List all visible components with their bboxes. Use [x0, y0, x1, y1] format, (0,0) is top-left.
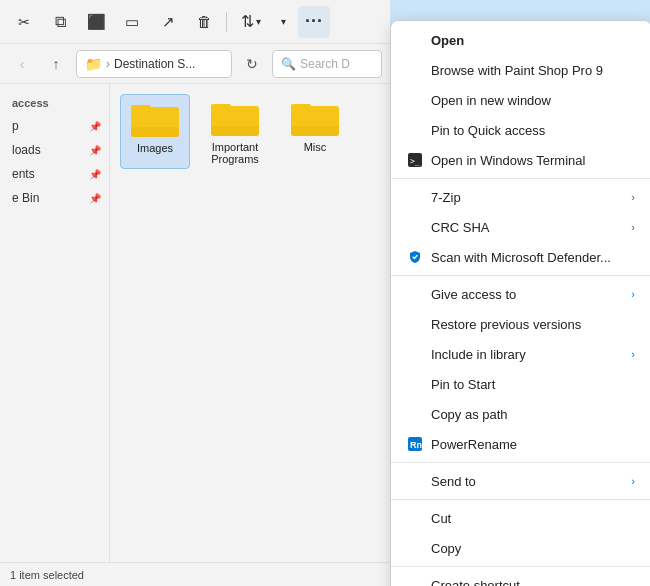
ctx-terminal-label: Open in Windows Terminal	[431, 153, 635, 168]
ctx-browse-paintshop[interactable]: Browse with Paint Shop Pro 9	[391, 55, 650, 85]
sidebar-label-p: p	[12, 119, 85, 133]
file-item-important-programs[interactable]: Important Programs	[200, 94, 270, 169]
ctx-powerrename-icon: Rn	[407, 436, 423, 452]
ctx-defender-label: Scan with Microsoft Defender...	[431, 250, 635, 265]
pin-icon-ents: 📌	[89, 169, 101, 180]
ctx-terminal-icon: >_	[407, 152, 423, 168]
ctx-7zip-icon	[407, 189, 423, 205]
context-menu: Open Browse with Paint Shop Pro 9 Open i…	[390, 20, 650, 586]
ctx-create-shortcut[interactable]: Create shortcut	[391, 570, 650, 586]
folder-icon-images	[131, 99, 179, 139]
ctx-pin-start-icon	[407, 376, 423, 392]
paste-button[interactable]: ⬛	[80, 6, 112, 38]
sidebar-label-ents: ents	[12, 167, 85, 181]
sidebar-item-bin[interactable]: e Bin 📌	[0, 186, 109, 210]
address-bar: ‹ ↑ 📁 › Destination S... ↻ 🔍 Search D	[0, 44, 390, 84]
ctx-pin-quick-icon	[407, 122, 423, 138]
path-separator: ›	[106, 57, 110, 71]
ctx-cut-icon	[407, 510, 423, 526]
search-box[interactable]: 🔍 Search D	[272, 50, 382, 78]
up-button[interactable]: ↑	[42, 50, 70, 78]
ctx-give-access-arrow: ›	[631, 288, 635, 300]
ctx-open[interactable]: Open	[391, 25, 650, 55]
ctx-copy-path[interactable]: Copy as path	[391, 399, 650, 429]
sidebar-item-p[interactable]: p 📌	[0, 114, 109, 138]
file-item-images[interactable]: Images	[120, 94, 190, 169]
cut-button[interactable]: ✂	[8, 6, 40, 38]
ctx-copy-icon	[407, 540, 423, 556]
refresh-button[interactable]: ↻	[238, 50, 266, 78]
pin-icon-bin: 📌	[89, 193, 101, 204]
ctx-7zip[interactable]: 7-Zip ›	[391, 182, 650, 212]
sidebar-label-bin: e Bin	[12, 191, 85, 205]
ctx-7zip-arrow: ›	[631, 191, 635, 203]
ctx-paintshop-icon	[407, 62, 423, 78]
status-bar: 1 item selected	[0, 562, 390, 586]
sort-chevron: ▾	[256, 16, 261, 27]
file-item-misc[interactable]: Misc	[280, 94, 350, 169]
path-text: Destination S...	[114, 57, 195, 71]
view-button[interactable]: ▾	[273, 12, 294, 31]
ctx-copy[interactable]: Copy	[391, 533, 650, 563]
folder-icon-important-programs	[211, 98, 259, 138]
back-button[interactable]: ‹	[8, 50, 36, 78]
share-button[interactable]: ↗	[152, 6, 184, 38]
more-button[interactable]: ···	[298, 6, 330, 38]
ctx-pin-start[interactable]: Pin to Start	[391, 369, 650, 399]
content-area: access p 📌 loads 📌 ents 📌 e Bin 📌	[0, 84, 390, 562]
view-chevron: ▾	[281, 16, 286, 27]
ctx-crc-sha[interactable]: CRC SHA ›	[391, 212, 650, 242]
ctx-pin-quick-access[interactable]: Pin to Quick access	[391, 115, 650, 145]
sidebar-item-loads[interactable]: loads 📌	[0, 138, 109, 162]
ctx-restore-label: Restore previous versions	[431, 317, 635, 332]
sidebar-item-access[interactable]: access	[0, 92, 109, 114]
copy-button[interactable]: ⧉	[44, 6, 76, 38]
delete-button[interactable]: 🗑	[188, 6, 220, 38]
ctx-shortcut-icon	[407, 577, 423, 586]
toolbar: ✂ ⧉ ⬛ ▭ ↗ 🗑 ⇅ ▾ ▾ ···	[0, 0, 390, 44]
ctx-defender-icon	[407, 249, 423, 265]
address-path[interactable]: 📁 › Destination S...	[76, 50, 232, 78]
explorer-window: ✂ ⧉ ⬛ ▭ ↗ 🗑 ⇅ ▾ ▾ ··· ‹ ↑ 📁 › Destinatio…	[0, 0, 390, 586]
search-icon: 🔍	[281, 57, 296, 71]
sidebar-item-ents[interactable]: ents 📌	[0, 162, 109, 186]
ctx-shortcut-label: Create shortcut	[431, 578, 635, 587]
ctx-open-new-window[interactable]: Open in new window	[391, 85, 650, 115]
sidebar-label-loads: loads	[12, 143, 85, 157]
ctx-crc-arrow: ›	[631, 221, 635, 233]
pin-icon-p: 📌	[89, 121, 101, 132]
svg-rect-4	[211, 104, 231, 110]
svg-rect-2	[131, 127, 179, 137]
search-placeholder: Search D	[300, 57, 350, 71]
ctx-give-access[interactable]: Give access to ›	[391, 279, 650, 309]
ctx-send-to-arrow: ›	[631, 475, 635, 487]
file-label-important-programs: Important Programs	[204, 141, 266, 165]
ctx-pin-quick-label: Pin to Quick access	[431, 123, 635, 138]
svg-rect-1	[131, 105, 151, 111]
pin-icon-loads: 📌	[89, 145, 101, 156]
rename-button[interactable]: ▭	[116, 6, 148, 38]
ctx-send-to[interactable]: Send to ›	[391, 466, 650, 496]
ctx-defender[interactable]: Scan with Microsoft Defender...	[391, 242, 650, 272]
ctx-sep-1	[391, 178, 650, 179]
ctx-new-window-label: Open in new window	[431, 93, 635, 108]
ctx-sep-3	[391, 462, 650, 463]
ctx-library-label: Include in library	[431, 347, 623, 362]
svg-text:Rn: Rn	[410, 440, 422, 450]
ctx-sep-5	[391, 566, 650, 567]
folder-icon-misc	[291, 98, 339, 138]
ctx-cut[interactable]: Cut	[391, 503, 650, 533]
ctx-include-library[interactable]: Include in library ›	[391, 339, 650, 369]
ctx-7zip-label: 7-Zip	[431, 190, 623, 205]
ctx-restore-icon	[407, 316, 423, 332]
ctx-library-arrow: ›	[631, 348, 635, 360]
ctx-copy-path-label: Copy as path	[431, 407, 635, 422]
ctx-library-icon	[407, 346, 423, 362]
sort-button[interactable]: ⇅ ▾	[233, 8, 269, 35]
svg-rect-8	[291, 126, 339, 136]
ctx-open-terminal[interactable]: >_ Open in Windows Terminal	[391, 145, 650, 175]
ctx-powerrename[interactable]: Rn PowerRename	[391, 429, 650, 459]
ctx-powerrename-label: PowerRename	[431, 437, 635, 452]
svg-rect-7	[291, 104, 311, 110]
ctx-restore-versions[interactable]: Restore previous versions	[391, 309, 650, 339]
